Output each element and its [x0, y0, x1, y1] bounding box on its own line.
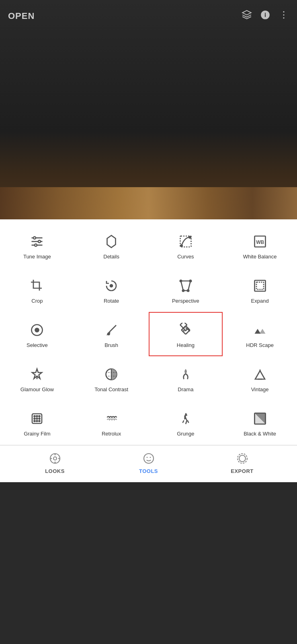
svg-point-19: [190, 280, 192, 282]
selective-icon: [28, 321, 46, 339]
svg-point-46: [39, 420, 40, 421]
tool-grunge[interactable]: Grunge: [149, 400, 223, 445]
nav-tools[interactable]: TOOLS: [102, 450, 195, 474]
nav-looks[interactable]: LOOKS: [8, 450, 102, 474]
svg-point-41: [34, 418, 35, 419]
tool-black-white-label: Black & White: [244, 431, 276, 438]
nav-export[interactable]: EXPORT: [195, 450, 289, 474]
svg-point-57: [144, 454, 154, 463]
tool-expand[interactable]: Expand: [223, 268, 297, 312]
svg-point-59: [150, 457, 151, 458]
nav-looks-label: LOOKS: [45, 468, 65, 474]
bottom-nav: LOOKS TOOLS EXPORT: [0, 445, 297, 482]
nav-tools-label: TOOLS: [139, 468, 158, 474]
tool-healing[interactable]: Healing: [149, 312, 223, 356]
tools-grid: Tune Image Details Curves: [0, 223, 297, 445]
crop-icon: [28, 277, 46, 295]
svg-point-56: [58, 458, 59, 459]
svg-point-5: [283, 17, 284, 19]
share-circle-icon: [234, 450, 250, 466]
open-button[interactable]: OPEN: [8, 11, 35, 21]
svg-point-4: [283, 14, 284, 15]
tool-expand-label: Expand: [251, 298, 269, 305]
svg-line-48: [187, 420, 188, 423]
drama-icon: [177, 365, 195, 383]
tool-tonal-contrast-label: Tonal Contrast: [94, 386, 128, 393]
healing-icon: [177, 321, 195, 339]
svg-point-2: [265, 13, 265, 14]
retrolux-icon: [102, 410, 120, 427]
layers-icon[interactable]: [242, 10, 252, 23]
svg-point-38: [34, 415, 35, 417]
svg-point-40: [39, 415, 40, 417]
svg-point-11: [35, 244, 37, 246]
curves-icon: [177, 233, 195, 250]
svg-point-52: [53, 457, 57, 460]
expand-icon: [251, 277, 269, 295]
tool-white-balance[interactable]: WB White Balance: [223, 223, 297, 268]
svg-rect-23: [256, 282, 264, 289]
svg-point-43: [39, 418, 40, 419]
face-circle-icon: [141, 450, 157, 466]
tool-brush[interactable]: Brush: [74, 312, 149, 356]
tool-curves[interactable]: Curves: [149, 223, 223, 268]
tool-selective-label: Selective: [27, 342, 48, 349]
nav-export-label: EXPORT: [231, 468, 253, 474]
tool-crop-label: Crop: [31, 298, 43, 305]
svg-marker-0: [242, 10, 251, 15]
tool-perspective-label: Perspective: [172, 298, 199, 305]
tool-vintage-label: Vintage: [251, 386, 269, 393]
svg-text:WB: WB: [256, 239, 264, 245]
svg-point-26: [108, 333, 110, 335]
svg-point-42: [37, 418, 38, 419]
svg-point-9: [33, 237, 36, 239]
tool-grainy-film-label: Grainy Film: [24, 431, 50, 438]
svg-point-55: [51, 458, 52, 459]
tool-rotate[interactable]: Rotate: [74, 268, 149, 312]
hdr-icon: [251, 321, 269, 339]
tools-panel: Tune Image Details Curves: [0, 219, 297, 482]
info-icon[interactable]: [260, 10, 270, 23]
tool-selective[interactable]: Selective: [0, 312, 74, 356]
svg-point-45: [37, 420, 38, 421]
tool-crop[interactable]: Crop: [0, 268, 74, 312]
tool-details-label: Details: [103, 254, 119, 260]
tool-details[interactable]: Details: [74, 223, 149, 268]
svg-point-44: [34, 420, 35, 421]
details-icon: [102, 233, 120, 250]
tool-brush-label: Brush: [104, 342, 118, 349]
perspective-icon: [177, 277, 195, 295]
tool-hdr-scape-label: HDR Scape: [246, 342, 274, 349]
tool-grainy-film[interactable]: Grainy Film: [0, 400, 74, 445]
svg-point-13: [180, 245, 182, 247]
svg-point-61: [239, 455, 246, 462]
tool-hdr-scape[interactable]: HDR Scape: [223, 312, 297, 356]
svg-point-18: [180, 280, 182, 282]
svg-point-14: [189, 236, 191, 238]
svg-point-39: [37, 415, 38, 417]
tool-drama[interactable]: Drama: [149, 356, 223, 400]
tool-retrolux[interactable]: Retrolux: [74, 400, 149, 445]
brush-icon: [102, 321, 120, 339]
tool-drama-label: Drama: [178, 386, 193, 393]
tool-tune-image[interactable]: Tune Image: [0, 223, 74, 268]
tool-black-white[interactable]: Black & White: [223, 400, 297, 445]
more-vert-icon[interactable]: [279, 10, 289, 23]
svg-line-47: [182, 420, 184, 423]
top-bar: OPEN: [0, 0, 297, 29]
svg-point-20: [182, 289, 184, 291]
svg-line-29: [183, 330, 184, 331]
tool-tonal-contrast[interactable]: Tonal Contrast: [74, 356, 149, 400]
svg-point-21: [187, 289, 189, 291]
tool-vintage[interactable]: Vintage: [223, 356, 297, 400]
tool-perspective[interactable]: Perspective: [149, 268, 223, 312]
bw-icon: [251, 410, 269, 427]
tool-healing-label: Healing: [177, 342, 195, 349]
tool-tune-image-label: Tune Image: [23, 254, 51, 260]
tool-glamour-glow[interactable]: Glamour Glow: [0, 356, 74, 400]
image-thumbnail: [0, 187, 297, 219]
svg-point-17: [110, 285, 113, 287]
sliders-icon: [28, 233, 46, 250]
wb-icon: WB: [251, 233, 269, 250]
svg-point-53: [54, 454, 55, 455]
